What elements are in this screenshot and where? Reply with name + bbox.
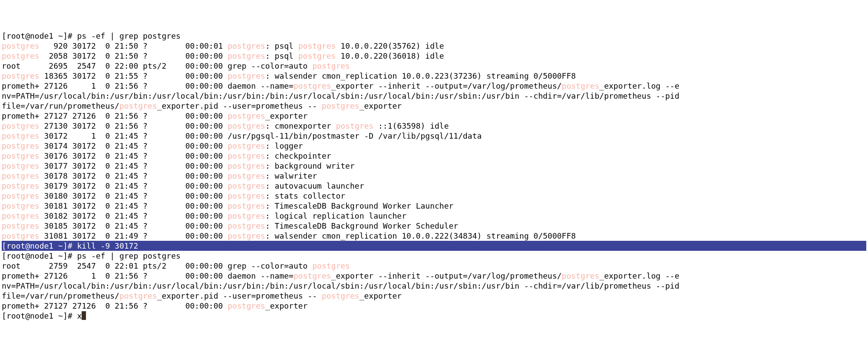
highlighted-command: [root@node1 ~]# kill -9 30172 (2, 241, 866, 251)
cursor (82, 311, 86, 320)
current-prompt[interactable]: [root@node1 ~]# x (2, 311, 86, 320)
terminal-output[interactable]: [root@node1 ~]# ps -ef | grep postgres p… (2, 31, 866, 321)
prompt-line: [root@node1 ~]# ps -ef | grep postgres (2, 31, 181, 40)
